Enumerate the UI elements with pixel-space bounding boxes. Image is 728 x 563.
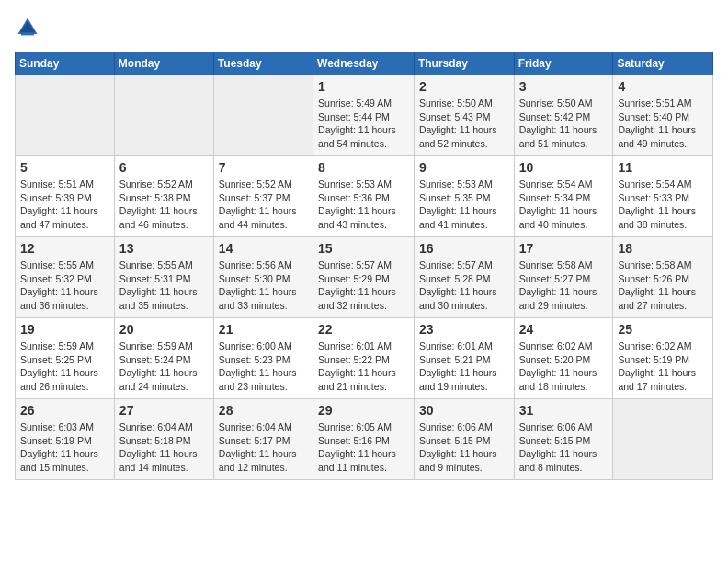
calendar-week-2: 5Sunrise: 5:51 AM Sunset: 5:39 PM Daylig… xyxy=(16,156,713,237)
calendar-week-4: 19Sunrise: 5:59 AM Sunset: 5:25 PM Dayli… xyxy=(16,318,713,399)
calendar-cell: 28Sunrise: 6:04 AM Sunset: 5:17 PM Dayli… xyxy=(213,399,313,480)
day-number: 31 xyxy=(519,403,609,418)
calendar-week-3: 12Sunrise: 5:55 AM Sunset: 5:32 PM Dayli… xyxy=(16,237,713,318)
day-number: 25 xyxy=(618,322,708,337)
calendar-cell: 31Sunrise: 6:06 AM Sunset: 5:15 PM Dayli… xyxy=(514,399,613,480)
day-number: 7 xyxy=(219,160,308,175)
day-number: 16 xyxy=(419,241,509,256)
calendar-cell: 3Sunrise: 5:50 AM Sunset: 5:42 PM Daylig… xyxy=(514,75,613,156)
calendar-cell: 2Sunrise: 5:50 AM Sunset: 5:43 PM Daylig… xyxy=(414,75,514,156)
day-info: Sunrise: 6:06 AM Sunset: 5:15 PM Dayligh… xyxy=(419,420,509,475)
weekday-header-tuesday: Tuesday xyxy=(213,52,313,75)
day-number: 4 xyxy=(618,79,708,94)
calendar-cell: 20Sunrise: 5:59 AM Sunset: 5:24 PM Dayli… xyxy=(114,318,213,399)
day-info: Sunrise: 6:05 AM Sunset: 5:16 PM Dayligh… xyxy=(318,420,409,475)
day-info: Sunrise: 6:00 AM Sunset: 5:23 PM Dayligh… xyxy=(219,339,308,394)
calendar-cell: 25Sunrise: 6:02 AM Sunset: 5:19 PM Dayli… xyxy=(613,318,713,399)
day-number: 15 xyxy=(318,241,409,256)
day-info: Sunrise: 5:54 AM Sunset: 5:33 PM Dayligh… xyxy=(618,178,708,232)
logo-icon xyxy=(15,15,40,40)
day-number: 28 xyxy=(219,403,308,418)
day-info: Sunrise: 5:53 AM Sunset: 5:36 PM Dayligh… xyxy=(318,178,409,232)
day-number: 6 xyxy=(119,160,209,175)
calendar-cell: 18Sunrise: 5:58 AM Sunset: 5:26 PM Dayli… xyxy=(613,237,713,318)
weekday-header-wednesday: Wednesday xyxy=(313,52,415,75)
day-info: Sunrise: 5:57 AM Sunset: 5:29 PM Dayligh… xyxy=(318,259,409,313)
calendar-cell: 1Sunrise: 5:49 AM Sunset: 5:44 PM Daylig… xyxy=(313,75,415,156)
day-number: 22 xyxy=(318,322,409,337)
page-header xyxy=(15,15,713,40)
day-number: 3 xyxy=(519,79,609,94)
day-info: Sunrise: 5:55 AM Sunset: 5:32 PM Dayligh… xyxy=(20,259,109,313)
day-info: Sunrise: 6:02 AM Sunset: 5:20 PM Dayligh… xyxy=(519,339,609,394)
calendar-cell: 11Sunrise: 5:54 AM Sunset: 5:33 PM Dayli… xyxy=(613,156,713,237)
calendar-cell: 30Sunrise: 6:06 AM Sunset: 5:15 PM Dayli… xyxy=(414,399,514,480)
day-info: Sunrise: 5:59 AM Sunset: 5:24 PM Dayligh… xyxy=(119,339,209,394)
weekday-header-saturday: Saturday xyxy=(613,52,713,75)
day-number: 8 xyxy=(318,160,409,175)
calendar-cell: 8Sunrise: 5:53 AM Sunset: 5:36 PM Daylig… xyxy=(313,156,415,237)
day-number: 30 xyxy=(419,403,509,418)
day-number: 24 xyxy=(519,322,609,337)
day-info: Sunrise: 5:59 AM Sunset: 5:25 PM Dayligh… xyxy=(20,339,109,394)
calendar-body: 1Sunrise: 5:49 AM Sunset: 5:44 PM Daylig… xyxy=(16,75,713,480)
day-info: Sunrise: 6:04 AM Sunset: 5:18 PM Dayligh… xyxy=(119,420,209,475)
day-info: Sunrise: 5:54 AM Sunset: 5:34 PM Dayligh… xyxy=(519,178,609,232)
calendar-cell: 29Sunrise: 6:05 AM Sunset: 5:16 PM Dayli… xyxy=(313,399,415,480)
day-info: Sunrise: 6:03 AM Sunset: 5:19 PM Dayligh… xyxy=(20,420,109,475)
day-info: Sunrise: 6:01 AM Sunset: 5:21 PM Dayligh… xyxy=(419,339,509,394)
day-number: 10 xyxy=(519,160,609,175)
calendar-table: SundayMondayTuesdayWednesdayThursdayFrid… xyxy=(15,52,713,480)
day-info: Sunrise: 6:02 AM Sunset: 5:19 PM Dayligh… xyxy=(618,339,708,394)
day-info: Sunrise: 6:01 AM Sunset: 5:22 PM Dayligh… xyxy=(318,339,409,394)
day-number: 12 xyxy=(20,241,109,256)
day-number: 9 xyxy=(419,160,509,175)
day-number: 14 xyxy=(219,241,308,256)
calendar-cell xyxy=(213,75,313,156)
day-number: 1 xyxy=(318,79,409,94)
calendar-header: SundayMondayTuesdayWednesdayThursdayFrid… xyxy=(16,52,713,75)
calendar-cell: 22Sunrise: 6:01 AM Sunset: 5:22 PM Dayli… xyxy=(313,318,415,399)
day-info: Sunrise: 6:04 AM Sunset: 5:17 PM Dayligh… xyxy=(219,420,308,475)
day-info: Sunrise: 5:55 AM Sunset: 5:31 PM Dayligh… xyxy=(119,259,209,313)
day-number: 5 xyxy=(20,160,109,175)
calendar-cell: 26Sunrise: 6:03 AM Sunset: 5:19 PM Dayli… xyxy=(16,399,115,480)
day-number: 23 xyxy=(419,322,509,337)
logo xyxy=(15,15,44,40)
day-number: 21 xyxy=(219,322,308,337)
calendar-cell xyxy=(613,399,713,480)
calendar-cell xyxy=(16,75,115,156)
day-info: Sunrise: 5:56 AM Sunset: 5:30 PM Dayligh… xyxy=(219,259,308,313)
day-info: Sunrise: 6:06 AM Sunset: 5:15 PM Dayligh… xyxy=(519,420,609,475)
calendar-week-1: 1Sunrise: 5:49 AM Sunset: 5:44 PM Daylig… xyxy=(16,75,713,156)
day-number: 2 xyxy=(419,79,509,94)
calendar-cell: 24Sunrise: 6:02 AM Sunset: 5:20 PM Dayli… xyxy=(514,318,613,399)
day-info: Sunrise: 5:51 AM Sunset: 5:39 PM Dayligh… xyxy=(20,178,109,232)
svg-rect-2 xyxy=(21,33,34,36)
calendar-cell: 13Sunrise: 5:55 AM Sunset: 5:31 PM Dayli… xyxy=(114,237,213,318)
weekday-header-sunday: Sunday xyxy=(16,52,115,75)
calendar-cell: 5Sunrise: 5:51 AM Sunset: 5:39 PM Daylig… xyxy=(16,156,115,237)
day-info: Sunrise: 5:50 AM Sunset: 5:42 PM Dayligh… xyxy=(519,97,609,151)
day-number: 26 xyxy=(20,403,109,418)
day-number: 13 xyxy=(119,241,209,256)
calendar-cell: 16Sunrise: 5:57 AM Sunset: 5:28 PM Dayli… xyxy=(414,237,514,318)
day-number: 19 xyxy=(20,322,109,337)
day-info: Sunrise: 5:52 AM Sunset: 5:37 PM Dayligh… xyxy=(219,178,308,232)
calendar-cell: 21Sunrise: 6:00 AM Sunset: 5:23 PM Dayli… xyxy=(213,318,313,399)
calendar-cell: 7Sunrise: 5:52 AM Sunset: 5:37 PM Daylig… xyxy=(213,156,313,237)
weekday-header-thursday: Thursday xyxy=(414,52,514,75)
day-info: Sunrise: 5:51 AM Sunset: 5:40 PM Dayligh… xyxy=(618,97,708,151)
calendar-cell: 12Sunrise: 5:55 AM Sunset: 5:32 PM Dayli… xyxy=(16,237,115,318)
calendar-cell: 4Sunrise: 5:51 AM Sunset: 5:40 PM Daylig… xyxy=(613,75,713,156)
day-number: 18 xyxy=(618,241,708,256)
day-info: Sunrise: 5:49 AM Sunset: 5:44 PM Dayligh… xyxy=(318,97,409,151)
calendar-week-5: 26Sunrise: 6:03 AM Sunset: 5:19 PM Dayli… xyxy=(16,399,713,480)
day-number: 27 xyxy=(119,403,209,418)
weekday-header-row: SundayMondayTuesdayWednesdayThursdayFrid… xyxy=(16,52,713,75)
calendar-cell: 15Sunrise: 5:57 AM Sunset: 5:29 PM Dayli… xyxy=(313,237,415,318)
day-info: Sunrise: 5:53 AM Sunset: 5:35 PM Dayligh… xyxy=(419,178,509,232)
day-number: 11 xyxy=(618,160,708,175)
day-info: Sunrise: 5:52 AM Sunset: 5:38 PM Dayligh… xyxy=(119,178,209,232)
weekday-header-monday: Monday xyxy=(114,52,213,75)
